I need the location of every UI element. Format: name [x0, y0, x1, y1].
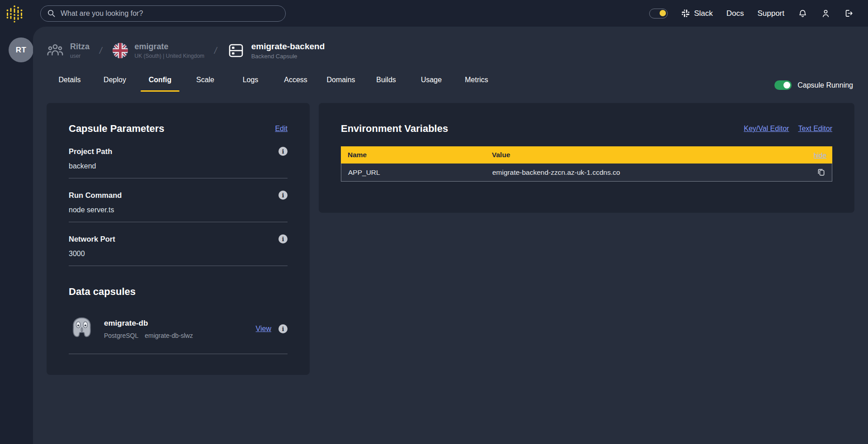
capsule-status: Capsule Running — [774, 80, 853, 90]
team-icon — [47, 42, 64, 59]
logout-button[interactable] — [844, 9, 854, 18]
column-header-name: Name — [341, 151, 492, 159]
docs-link[interactable]: Docs — [726, 9, 744, 18]
tab-builds[interactable]: Builds — [363, 72, 409, 92]
env-var-row: APP_URL emigrate-backend-zzcn.az-uk-1.cc… — [341, 164, 832, 182]
data-capsules-title: Data capsules — [69, 286, 288, 298]
info-icon[interactable]: i — [278, 191, 288, 200]
space-name: emigrate — [135, 42, 205, 51]
capsule-icon — [227, 42, 245, 60]
tab-deploy[interactable]: Deploy — [92, 72, 137, 92]
breadcrumb-separator: / — [214, 46, 217, 56]
logout-icon — [844, 9, 854, 18]
person-icon — [821, 9, 830, 18]
param-value: node server.ts — [69, 206, 288, 214]
team-name: Ritza — [70, 42, 90, 51]
divider — [69, 266, 288, 266]
uk-flag-icon — [112, 42, 128, 59]
data-capsule-row: emigrate-db PostgreSQL emigrate-db-slwz … — [69, 316, 288, 342]
breadcrumb-team[interactable]: Ritza user — [47, 42, 90, 59]
toggle-knob — [783, 82, 790, 89]
capsule-parameters-panel: Capsule Parameters Edit Project Path i b… — [47, 103, 310, 375]
keyval-editor-link[interactable]: Key/Val Editor — [744, 125, 789, 133]
bell-icon — [798, 9, 807, 18]
tab-config[interactable]: Config — [137, 72, 183, 92]
tab-scale[interactable]: Scale — [183, 72, 228, 92]
team-role: user — [70, 53, 90, 59]
notifications-button[interactable] — [798, 9, 807, 18]
space-region: UK (South) | United Kingdom — [135, 53, 205, 59]
user-avatar[interactable]: RT — [9, 37, 33, 62]
param-project-path: Project Path i backend — [69, 147, 288, 178]
tab-metrics[interactable]: Metrics — [454, 72, 499, 92]
capsule-parameters-title: Capsule Parameters — [69, 123, 165, 135]
environment-variables-title: Environment Variables — [341, 123, 448, 135]
breadcrumb-separator: / — [99, 46, 102, 56]
tab-logs[interactable]: Logs — [228, 72, 273, 92]
capsule-tabs: Details Deploy Config Scale Logs Access … — [47, 72, 499, 92]
param-label: Network Port — [69, 235, 115, 243]
data-capsule-name: emigrate-db — [104, 319, 193, 328]
info-icon[interactable]: i — [278, 234, 288, 243]
app-logo-icon[interactable] — [4, 3, 25, 24]
copy-value-button[interactable] — [816, 168, 826, 177]
search-input[interactable] — [60, 9, 279, 18]
postgres-icon — [69, 316, 95, 342]
info-icon[interactable]: i — [278, 147, 288, 156]
capsule-name: emigrate-backend — [251, 42, 325, 51]
tab-usage[interactable]: Usage — [409, 72, 454, 92]
slack-label: Slack — [694, 9, 713, 18]
capsule-status-label: Capsule Running — [797, 81, 853, 89]
param-value: backend — [69, 162, 288, 170]
param-network-port: Network Port i 3000 — [69, 234, 288, 266]
divider — [69, 222, 288, 222]
env-vars-table: Name Value hide APP_URL emigrate-backend… — [341, 146, 832, 182]
divider — [69, 178, 288, 178]
view-data-capsule-link[interactable]: View — [256, 325, 271, 333]
param-run-command: Run Command i node server.ts — [69, 191, 288, 222]
breadcrumb-space[interactable]: emigrate UK (South) | United Kingdom — [112, 42, 205, 59]
search-icon — [47, 9, 56, 18]
tab-domains[interactable]: Domains — [318, 72, 363, 92]
breadcrumb: Ritza user / emigrate — [47, 42, 325, 60]
slack-link[interactable]: Slack — [681, 9, 713, 18]
param-label: Project Path — [69, 147, 112, 156]
text-editor-link[interactable]: Text Editor — [798, 125, 832, 133]
support-link[interactable]: Support — [757, 9, 784, 18]
param-label: Run Command — [69, 191, 122, 200]
global-search[interactable] — [40, 5, 286, 22]
param-value: 3000 — [69, 250, 288, 258]
capsule-running-toggle[interactable] — [774, 80, 792, 90]
theme-toggle-knob — [660, 10, 666, 16]
hide-values-link[interactable]: hide — [814, 151, 826, 159]
env-var-value: emigrate-backend-zzcn.az-uk-1.ccdns.co — [492, 168, 816, 177]
capsule-type: Backend Capsule — [251, 53, 325, 60]
navbar-right-cluster: Slack Docs Support — [649, 9, 868, 19]
info-icon[interactable]: i — [278, 324, 288, 333]
divider — [69, 354, 288, 354]
breadcrumb-capsule[interactable]: emigrate-backend Backend Capsule — [227, 42, 325, 60]
left-sidebar — [0, 27, 33, 444]
edit-parameters-link[interactable]: Edit — [275, 125, 288, 133]
main-content: Ritza user / emigrate — [33, 27, 868, 444]
top-navbar: Slack Docs Support — [0, 0, 868, 27]
environment-variables-panel: Environment Variables Key/Val Editor Tex… — [319, 103, 854, 213]
theme-toggle[interactable] — [649, 9, 668, 19]
column-header-value: Value — [492, 151, 814, 159]
account-button[interactable] — [821, 9, 830, 18]
slack-icon — [681, 9, 690, 18]
tab-details[interactable]: Details — [47, 72, 92, 92]
data-capsule-instance: emigrate-db-slwz — [145, 332, 193, 339]
env-table-header: Name Value hide — [341, 146, 832, 164]
env-var-name: APP_URL — [341, 168, 492, 177]
data-capsule-type: PostgreSQL — [104, 332, 138, 339]
tab-access[interactable]: Access — [273, 72, 318, 92]
